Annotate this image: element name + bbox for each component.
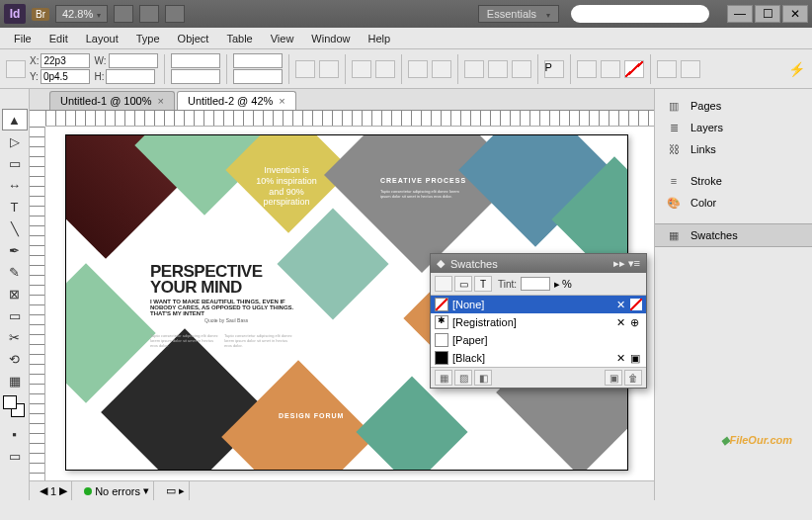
center-content-icon[interactable] bbox=[512, 60, 531, 78]
fill-swatch-icon[interactable] bbox=[435, 276, 452, 292]
pencil-tool[interactable]: ✎ bbox=[2, 261, 28, 283]
selection-tool[interactable]: ▲ bbox=[2, 109, 28, 130]
zoom-dropdown[interactable]: 42.8% bbox=[55, 5, 108, 23]
menu-object[interactable]: Object bbox=[170, 31, 217, 46]
document-tab[interactable]: Untitled-2 @ 42%× bbox=[177, 91, 296, 110]
menu-window[interactable]: Window bbox=[303, 31, 358, 46]
text-wrap-icon[interactable]: P bbox=[544, 60, 564, 78]
menu-edit[interactable]: Edit bbox=[41, 31, 76, 46]
search-input[interactable] bbox=[571, 5, 709, 23]
quick-apply-icon[interactable]: ⚡ bbox=[788, 61, 806, 77]
panel-color[interactable]: 🎨Color bbox=[655, 192, 812, 214]
shear-input[interactable] bbox=[233, 69, 283, 84]
direct-selection-tool[interactable]: ▷ bbox=[2, 130, 28, 152]
y-input[interactable] bbox=[41, 69, 90, 84]
fit-frame-icon[interactable] bbox=[488, 60, 508, 78]
maximize-button[interactable]: ☐ bbox=[755, 5, 780, 23]
collapse-icon[interactable]: ▸▸ ▾≡ bbox=[613, 257, 640, 270]
app-icon: Id bbox=[4, 4, 26, 24]
effects-icon[interactable] bbox=[601, 60, 620, 78]
flip-h-icon[interactable] bbox=[295, 60, 315, 78]
rectangle-tool[interactable]: ▭ bbox=[2, 304, 28, 326]
scale-y-input[interactable] bbox=[171, 69, 220, 84]
menu-table[interactable]: Table bbox=[218, 31, 260, 46]
preflight-status[interactable]: No errors ▾ bbox=[80, 481, 154, 500]
show-all-swatches-icon[interactable]: ▦ bbox=[435, 370, 452, 386]
gradient-tool[interactable]: ▦ bbox=[2, 370, 28, 391]
design-forum-title: DESIGN FORUM bbox=[279, 412, 344, 419]
workspace-switcher[interactable]: Essentials bbox=[478, 5, 559, 23]
show-gradient-swatches-icon[interactable]: ◧ bbox=[474, 370, 492, 386]
minimize-button[interactable]: — bbox=[727, 5, 753, 23]
w-input[interactable] bbox=[109, 53, 158, 68]
gap-tool[interactable]: ↔ bbox=[2, 174, 28, 196]
bridge-badge[interactable]: Br bbox=[32, 8, 49, 21]
panel-pages[interactable]: ▥Pages bbox=[655, 95, 812, 117]
flip-v-icon[interactable] bbox=[319, 60, 339, 78]
swatch-row[interactable]: [Paper] bbox=[431, 331, 646, 349]
scissors-tool[interactable]: ✂ bbox=[2, 326, 28, 348]
view-options-icon[interactable] bbox=[114, 5, 133, 23]
fit-content-icon[interactable] bbox=[464, 60, 484, 78]
panel-links[interactable]: ⛓Links bbox=[655, 138, 812, 160]
document-tab[interactable]: Untitled-1 @ 100%× bbox=[49, 91, 175, 110]
menu-file[interactable]: File bbox=[6, 31, 40, 46]
panel-swatches[interactable]: ▦Swatches bbox=[655, 223, 812, 247]
tint-input[interactable] bbox=[521, 277, 550, 291]
stroke-weight-icon[interactable] bbox=[408, 60, 428, 78]
stroke-style-icon[interactable] bbox=[432, 60, 451, 78]
menu-view[interactable]: View bbox=[263, 31, 302, 46]
align-icon[interactable] bbox=[657, 60, 677, 78]
swatches-header[interactable]: ◆ Swatches ▸▸ ▾≡ bbox=[431, 254, 646, 273]
type-tool[interactable]: T bbox=[2, 196, 28, 217]
swatch-row[interactable]: [Registration] ✕⊕ bbox=[431, 313, 646, 331]
open-drawer[interactable]: ▭ ▸ bbox=[162, 481, 190, 500]
delete-swatch-icon[interactable]: 🗑 bbox=[624, 370, 642, 386]
swatch-row[interactable]: [None] ✕ bbox=[431, 296, 646, 313]
menu-layout[interactable]: Layout bbox=[78, 31, 126, 46]
distribute-icon[interactable] bbox=[681, 60, 700, 78]
menu-help[interactable]: Help bbox=[360, 31, 398, 46]
view-mode-icon[interactable]: ▭ bbox=[2, 445, 28, 467]
y-label: Y: bbox=[30, 71, 39, 82]
scale-x-input[interactable] bbox=[171, 53, 220, 68]
right-panels: ▥Pages ≣Layers ⛓Links ≡Stroke 🎨Color ▦Sw… bbox=[654, 89, 812, 500]
corner-options-icon[interactable] bbox=[577, 60, 597, 78]
screen-mode-icon[interactable] bbox=[139, 5, 159, 23]
fill-stroke-swatch[interactable] bbox=[3, 395, 27, 419]
free-transform-tool[interactable]: ⟲ bbox=[2, 348, 28, 370]
rotate-input[interactable] bbox=[233, 53, 283, 68]
menubar: File Edit Layout Type Object Table View … bbox=[0, 28, 812, 49]
new-swatch-icon[interactable]: ▣ bbox=[605, 370, 622, 386]
reference-point-icon[interactable] bbox=[6, 60, 26, 78]
fill-none-icon[interactable] bbox=[624, 60, 644, 78]
horizontal-ruler[interactable] bbox=[45, 111, 654, 127]
process-icon: ▣ bbox=[630, 352, 642, 364]
menu-type[interactable]: Type bbox=[128, 31, 168, 46]
vertical-ruler[interactable] bbox=[30, 127, 45, 480]
page-tool[interactable]: ▭ bbox=[2, 152, 28, 174]
rectangle-frame-tool[interactable]: ⊠ bbox=[2, 283, 28, 304]
swatches-footer: ▦ ▨ ◧ ▣ 🗑 bbox=[431, 367, 646, 388]
line-tool[interactable]: ╲ bbox=[2, 217, 28, 239]
object-format-icon[interactable]: ▭ bbox=[454, 276, 472, 292]
panel-layers[interactable]: ≣Layers bbox=[655, 117, 812, 138]
page-nav[interactable]: ◀ 1 ▶ bbox=[36, 481, 72, 500]
arrange-icon[interactable] bbox=[165, 5, 185, 23]
options-icon[interactable]: ◆ bbox=[437, 257, 445, 270]
text-format-icon[interactable]: T bbox=[474, 276, 492, 292]
swatches-panel[interactable]: ◆ Swatches ▸▸ ▾≡ ▭ T Tint: ▸ % [None] ✕ … bbox=[430, 253, 647, 389]
pen-tool[interactable]: ✒ bbox=[2, 239, 28, 261]
select-container-icon[interactable] bbox=[352, 60, 371, 78]
apply-color-icon[interactable]: ▪ bbox=[2, 423, 28, 445]
panel-stroke[interactable]: ≡Stroke bbox=[655, 170, 812, 192]
close-button[interactable]: ✕ bbox=[782, 5, 808, 23]
x-input[interactable] bbox=[41, 53, 90, 68]
h-input[interactable] bbox=[106, 69, 155, 84]
tint-slider-icon[interactable]: ▸ bbox=[554, 278, 560, 291]
close-icon[interactable]: × bbox=[158, 95, 164, 107]
close-icon[interactable]: × bbox=[279, 95, 284, 107]
show-color-swatches-icon[interactable]: ▨ bbox=[454, 370, 472, 386]
select-content-icon[interactable] bbox=[375, 60, 395, 78]
swatch-row[interactable]: [Black] ✕▣ bbox=[431, 349, 646, 367]
